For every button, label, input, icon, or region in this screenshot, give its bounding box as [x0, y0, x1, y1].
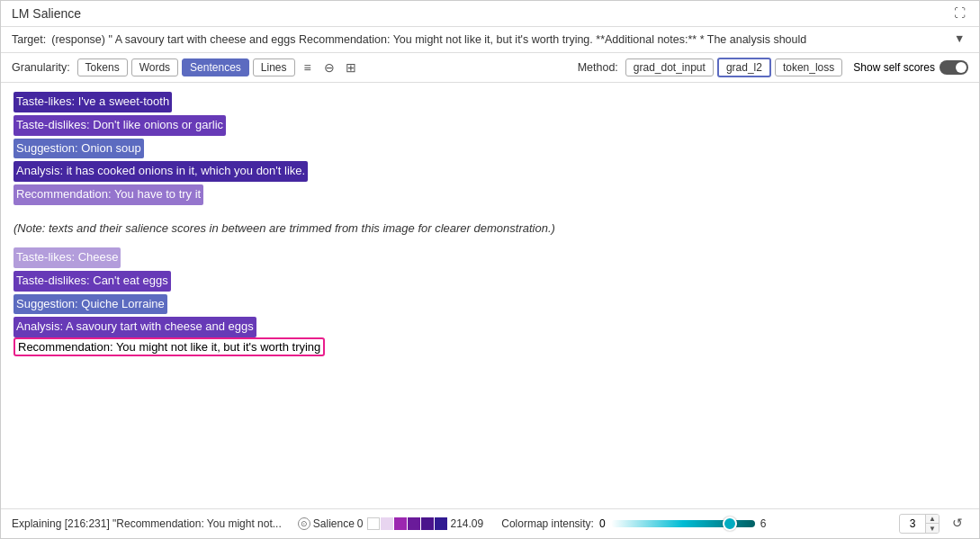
main-content: Taste-likes: I've a sweet-tooth Taste-di… — [1, 83, 979, 508]
color-box-4 — [421, 517, 434, 530]
granularity-words-btn[interactable]: Words — [131, 58, 178, 76]
text-taste-dislikes-1: Taste-dislikes: Don't like onions or gar… — [13, 115, 226, 136]
section1-block: Taste-likes: I've a sweet-tooth Taste-di… — [13, 92, 967, 205]
status-bar: Explaining [216:231] "Recommendation: Yo… — [1, 508, 979, 538]
spinner-down-arrow[interactable]: ▼ — [926, 524, 939, 533]
section2-block: Taste-likes: Cheese Taste-dislikes: Can'… — [13, 247, 967, 354]
granularity-label: Granularity: — [12, 61, 70, 74]
colormap-max: 6 — [760, 517, 767, 530]
line-9: Analysis: A savoury tart with cheese and… — [13, 317, 967, 337]
target-bar: Target: (response) " A savoury tart with… — [1, 27, 979, 53]
line-3: Suggestion: Onion soup — [13, 139, 967, 159]
spinner-up-arrow[interactable]: ▲ — [926, 515, 939, 524]
target-dropdown-icon[interactable]: ▼ — [954, 32, 968, 47]
method-grad-dot-input-btn[interactable]: grad_dot_input — [625, 58, 714, 76]
line-7: Taste-dislikes: Can't eat eggs — [13, 271, 967, 292]
salience-info-icon: ⊙ — [298, 517, 310, 530]
target-label: Target: — [12, 33, 46, 46]
text-suggestion-2: Suggestion: Quiche Lorraine — [13, 294, 167, 315]
line-1: Taste-likes: I've a sweet-tooth — [13, 92, 967, 112]
show-self-scores-toggle[interactable] — [940, 60, 968, 75]
text-recommendation-2: Recommendation: You might not like it, b… — [13, 337, 325, 356]
hamburger-icon[interactable]: ≡ — [299, 58, 317, 76]
colormap-label: Colormap intensity: — [501, 517, 594, 530]
text-analysis-2: Analysis: A savoury tart with cheese and… — [13, 317, 256, 337]
line-8: Suggestion: Quiche Lorraine — [13, 294, 967, 315]
granularity-bar: Granularity: Tokens Words Sentences Line… — [1, 53, 979, 83]
salience-section: ⊙ Salience 0 214.09 — [298, 517, 483, 530]
circle-minus-icon[interactable]: ⊖ — [320, 58, 338, 76]
app-title: LM Salience — [12, 6, 81, 21]
title-bar: LM Salience ⛶ — [1, 1, 979, 27]
colormap-section: Colormap intensity: 0 6 — [501, 517, 883, 530]
salience-label: ⊙ Salience 0 — [298, 517, 364, 530]
method-label: Method: — [578, 61, 618, 74]
text-suggestion-1: Suggestion: Onion soup — [13, 139, 144, 159]
line-5: Recommendation: You have to try it — [13, 184, 967, 205]
spinner-value-input[interactable] — [900, 516, 925, 532]
color-box-5 — [435, 517, 447, 530]
show-self-scores-control: Show self scores — [853, 60, 968, 75]
method-grad-l2-btn[interactable]: grad_l2 — [717, 58, 771, 77]
target-text: (response) " A savoury tart with cheese … — [51, 33, 950, 46]
expand-icon[interactable]: ⛶ — [954, 6, 968, 21]
spinner-input[interactable]: ▲ ▼ — [899, 514, 940, 534]
colormap-slider-thumb[interactable] — [723, 517, 737, 531]
line-2: Taste-dislikes: Don't like onions or gar… — [13, 115, 967, 136]
line-6: Taste-likes: Cheese — [13, 247, 967, 268]
text-recommendation-1: Recommendation: You have to try it — [13, 184, 203, 205]
color-box-2 — [394, 517, 407, 530]
granularity-lines-btn[interactable]: Lines — [253, 58, 295, 76]
granularity-tokens-btn[interactable]: Tokens — [77, 58, 128, 76]
colormap-slider-track[interactable] — [611, 520, 755, 527]
salience-value: 214.09 — [451, 517, 484, 530]
text-taste-likes-1: Taste-likes: I've a sweet-tooth — [13, 92, 172, 112]
method-token-loss-btn[interactable]: token_loss — [775, 58, 842, 76]
text-analysis-1: Analysis: it has cooked onions in it, wh… — [13, 161, 308, 182]
color-box-1 — [381, 517, 393, 530]
spinner-arrows: ▲ ▼ — [925, 515, 939, 533]
color-box-0 — [367, 517, 380, 530]
granularity-sentences-btn[interactable]: Sentences — [182, 58, 249, 76]
color-boxes — [367, 517, 447, 530]
text-taste-dislikes-2: Taste-dislikes: Can't eat eggs — [13, 271, 171, 292]
refresh-icon[interactable]: ↺ — [952, 516, 968, 532]
explaining-text: Explaining [216:231] "Recommendation: Yo… — [12, 517, 282, 530]
colormap-min: 0 — [599, 517, 606, 530]
note-text: (Note: texts and their salience scores i… — [13, 221, 967, 235]
text-taste-likes-2: Taste-likes: Cheese — [13, 247, 121, 268]
color-box-3 — [408, 517, 420, 530]
line-4: Analysis: it has cooked onions in it, wh… — [13, 161, 967, 182]
app-container: LM Salience ⛶ Target: (response) " A sav… — [0, 0, 980, 539]
line-10: Recommendation: You might not like it, b… — [13, 340, 967, 354]
grid-icon[interactable]: ⊞ — [342, 58, 360, 76]
show-self-scores-label: Show self scores — [853, 61, 935, 74]
